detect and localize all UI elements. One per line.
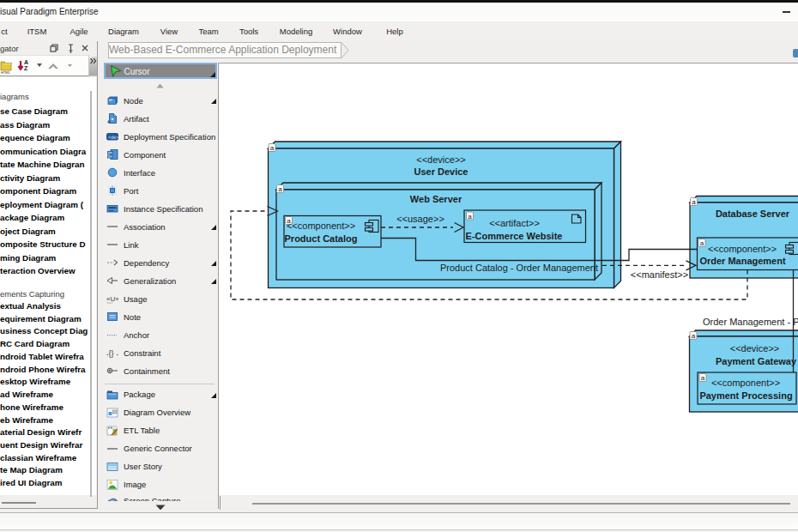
svg-text:Product Catalog - Order Manage: Product Catalog - Order Management	[440, 263, 598, 273]
svg-text:Payment Processing: Payment Processing	[699, 390, 792, 401]
svg-text:Order Management - Payment Pro: Order Management - Payment Processing	[703, 317, 798, 327]
svg-text:<<component>>: <<component>>	[287, 221, 355, 231]
svg-text:a: a	[468, 213, 472, 221]
svg-text:A: A	[24, 59, 28, 65]
svg-text:Product Catalog: Product Catalog	[285, 233, 358, 244]
svg-text:HTML: HTML	[1, 70, 11, 75]
svg-text:a: a	[278, 185, 282, 193]
svg-text:<<device>>: <<device>>	[730, 343, 780, 354]
svg-text:{}: {}	[109, 349, 114, 358]
svg-text:<<usage>>: <<usage>>	[396, 214, 444, 224]
svg-text:<ds>: <ds>	[108, 135, 118, 140]
svg-text:Z: Z	[24, 65, 28, 71]
svg-text:<<manifest>>: <<manifest>>	[631, 269, 688, 280]
svg-text:Web Server: Web Server	[410, 194, 462, 204]
svg-text:<<artifact>>: <<artifact>>	[489, 218, 540, 228]
svg-text:a: a	[270, 144, 275, 152]
svg-text:Database Server: Database Server	[716, 209, 790, 219]
svg-text:a: a	[700, 239, 704, 247]
svg-text:E-Commerce Website: E-Commerce Website	[466, 231, 563, 241]
svg-text:<<component>>: <<component>>	[708, 244, 777, 254]
svg-text:Payment Gateway: Payment Gateway	[716, 356, 797, 366]
svg-text:User Device: User Device	[414, 166, 469, 177]
svg-text:a: a	[692, 198, 696, 206]
svg-text:<<device>>: <<device>>	[416, 154, 466, 165]
svg-text:Order Management: Order Management	[699, 256, 786, 266]
svg-text:a: a	[701, 374, 705, 382]
svg-text:a: a	[692, 332, 696, 340]
svg-text:«U»: «U»	[106, 295, 118, 303]
svg-text:<<component>>: <<component>>	[711, 378, 780, 388]
